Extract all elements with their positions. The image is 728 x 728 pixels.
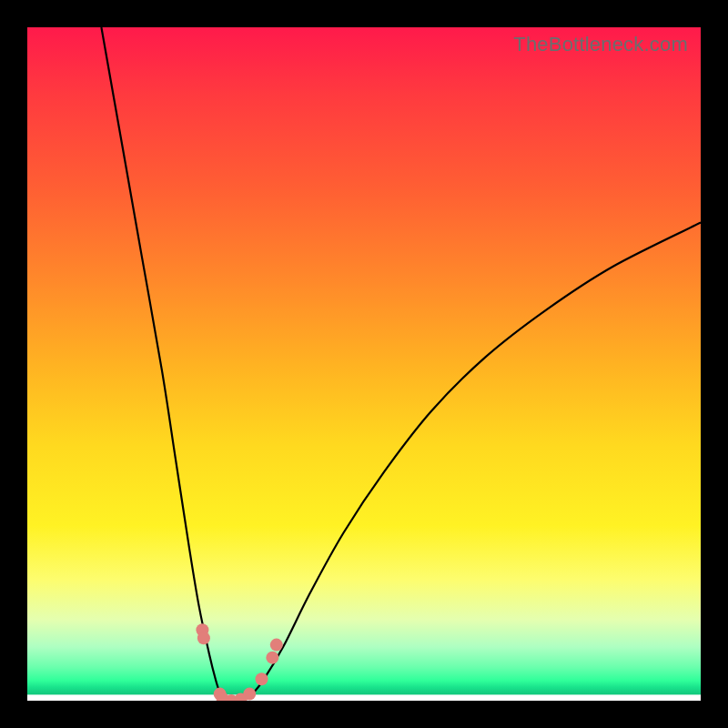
curve-left-branch xyxy=(101,27,221,697)
data-marker xyxy=(266,652,278,664)
data-marker xyxy=(270,639,283,652)
data-marker xyxy=(256,672,268,685)
chart-svg xyxy=(27,27,701,701)
curve-right-branch xyxy=(249,223,701,698)
plot-area: TheBottleneck.com xyxy=(27,27,701,701)
data-markers xyxy=(196,623,282,701)
data-marker xyxy=(197,632,210,644)
curve-group xyxy=(101,27,701,701)
chart-frame: TheBottleneck.com xyxy=(0,0,728,728)
data-marker xyxy=(243,688,256,701)
